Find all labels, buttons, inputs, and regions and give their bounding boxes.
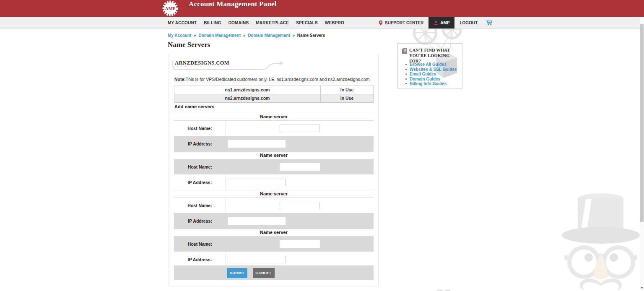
note-text: This is for VPS/Dedicated customers only… xyxy=(186,77,370,82)
host-name-label: Host Name: xyxy=(174,236,226,252)
ip-address-row: IP Address: xyxy=(174,136,374,151)
host-name-input-1[interactable] xyxy=(280,125,320,132)
app-title: Account Management Panel xyxy=(189,0,277,17)
nav-utility: SUPPORT CENTER AMP LOGOUT xyxy=(379,17,493,29)
domain-tab-underline xyxy=(172,61,286,74)
nav-item-specials[interactable]: SPECIALS xyxy=(296,21,318,25)
breadcrumb: My Account » Domain Management » Domain … xyxy=(168,33,325,38)
host-name-label: Host Name: xyxy=(174,121,226,136)
cart-button[interactable] xyxy=(486,20,493,26)
nameserver-table: ns1.arnzdesigns.com In Use ns2.arnzdesig… xyxy=(174,86,374,103)
bullet-icon xyxy=(405,69,407,70)
name-server-block-header: Name server xyxy=(174,229,374,236)
breadcrumb-domain-management-2[interactable]: Domain Management xyxy=(248,33,290,38)
bullet-icon xyxy=(405,83,407,84)
host-name-field xyxy=(226,198,374,213)
guides-help-box: CAN'T FIND WHAT YOU'RE LOOKING FOR? Brow… xyxy=(397,43,462,88)
ip-address-label: IP Address: xyxy=(174,174,226,190)
host-name-label: Host Name: xyxy=(174,159,226,174)
submit-button[interactable]: SUBMIT xyxy=(227,268,247,278)
bullet-icon xyxy=(405,73,407,75)
host-name-field xyxy=(226,121,374,136)
ip-address-field xyxy=(226,136,374,151)
scrollbar-thumb[interactable] xyxy=(640,24,644,222)
logout-link[interactable]: LOGOUT xyxy=(460,21,478,25)
host-name-row: Host Name: xyxy=(174,159,374,174)
ip-address-input-3[interactable] xyxy=(228,217,286,225)
app-header: AMP Account Management Panel xyxy=(0,0,644,17)
support-center-label: SUPPORT CENTER xyxy=(385,21,423,25)
ip-address-row: IP Address: xyxy=(174,174,374,190)
help-links-list: Browse All Guides Websites & SSL Guides … xyxy=(405,62,457,86)
nameserver-status: In Use xyxy=(321,94,373,102)
ip-address-field xyxy=(226,174,374,190)
list-item[interactable]: Billing Info Guides xyxy=(405,81,457,86)
link-websites-ssl-guides[interactable]: Websites & SSL Guides xyxy=(410,67,457,72)
nav-item-domains[interactable]: DOMAINS xyxy=(229,21,249,25)
page-title: Name Servers xyxy=(168,41,210,49)
user-menu-label: AMP xyxy=(440,21,449,25)
ip-address-row: IP Address: xyxy=(174,213,374,229)
main-nav: MY ACCOUNT BILLING DOMAINS MARKETPLACE S… xyxy=(0,17,644,29)
nav-item-billing[interactable]: BILLING xyxy=(204,21,221,25)
host-name-field xyxy=(226,159,374,174)
list-item[interactable]: Email Guides xyxy=(405,72,457,77)
name-server-block-header: Name server xyxy=(174,113,374,121)
cart-icon xyxy=(486,20,493,26)
ip-address-field xyxy=(226,252,374,267)
list-item[interactable]: Websites & SSL Guides xyxy=(405,67,457,72)
list-item[interactable]: Browse All Guides xyxy=(405,62,457,67)
note-label: Note: xyxy=(174,77,186,82)
scrollbar-down-arrow-icon[interactable] xyxy=(641,287,643,289)
cancel-button[interactable]: CANCEL xyxy=(253,268,274,278)
help-box-heading: CAN'T FIND WHAT YOU'RE LOOKING FOR? xyxy=(409,47,462,64)
user-menu-amp[interactable]: AMP xyxy=(428,17,454,29)
host-name-input-3[interactable] xyxy=(280,202,320,209)
nav-item-marketplace[interactable]: MARKETPLACE xyxy=(256,21,289,25)
breadcrumb-separator: » xyxy=(194,33,196,38)
ip-address-row: IP Address: xyxy=(174,252,374,267)
nav-menu: MY ACCOUNT BILLING DOMAINS MARKETPLACE S… xyxy=(168,17,344,29)
list-item[interactable]: Domain Guides xyxy=(405,77,457,82)
breadcrumb-separator: » xyxy=(293,33,295,38)
ip-address-field xyxy=(226,213,374,229)
host-name-row: Host Name: xyxy=(174,121,374,136)
ip-address-input-4[interactable] xyxy=(228,256,286,263)
breadcrumb-separator: » xyxy=(243,33,246,38)
host-name-input-2[interactable] xyxy=(280,163,320,171)
breadcrumb-my-account[interactable]: My Account xyxy=(168,33,191,38)
breadcrumb-domain-management-1[interactable]: Domain Management xyxy=(198,33,241,38)
handlebar-watermark xyxy=(435,286,452,291)
nameserver-host: ns1.arnzdesigns.com xyxy=(174,86,321,94)
nav-item-webpro[interactable]: WEBPRO xyxy=(325,21,344,25)
breadcrumb-current: Name Servers xyxy=(297,33,325,38)
nav-item-my-account[interactable]: MY ACCOUNT xyxy=(168,21,197,25)
name-server-block-header: Name server xyxy=(174,190,374,198)
vertical-scrollbar[interactable] xyxy=(640,17,644,291)
vps-note: Note:This is for VPS/Dedicated customers… xyxy=(174,77,370,82)
name-server-block-header: Name server xyxy=(174,151,374,159)
host-name-label: Host Name: xyxy=(174,198,226,213)
guides-book-icon xyxy=(402,48,408,56)
host-name-row: Host Name: xyxy=(174,198,374,213)
support-center-link[interactable]: SUPPORT CENTER xyxy=(379,20,423,26)
bullet-icon xyxy=(405,64,407,65)
amp-gear-logo[interactable]: AMP xyxy=(162,0,178,16)
ip-address-input-2[interactable] xyxy=(228,179,286,186)
nameserver-host: ns2.arnzdesigns.com xyxy=(174,94,321,102)
link-browse-all-guides[interactable]: Browse All Guides xyxy=(410,62,447,67)
table-row: ns1.arnzdesigns.com In Use xyxy=(174,86,373,94)
person-icon xyxy=(434,21,438,25)
link-email-guides[interactable]: Email Guides xyxy=(410,72,436,76)
link-billing-info-guides[interactable]: Billing Info Guides xyxy=(410,81,447,86)
bullet-icon xyxy=(405,78,407,80)
ip-address-input-1[interactable] xyxy=(228,140,286,148)
add-nameserver-form: Name server Host Name: IP Address: Name … xyxy=(174,113,374,267)
table-row: ns2.arnzdesigns.com In Use xyxy=(174,94,373,103)
form-actions-row: SUBMIT CANCEL xyxy=(174,265,374,280)
host-name-input-4[interactable] xyxy=(280,240,320,248)
mustache-man-watermark xyxy=(561,191,641,291)
map-pin-icon xyxy=(379,20,383,26)
link-domain-guides[interactable]: Domain Guides xyxy=(410,77,440,81)
name-servers-card: ARNZDESIGNS.COM Note:This is for VPS/Ded… xyxy=(169,54,379,286)
